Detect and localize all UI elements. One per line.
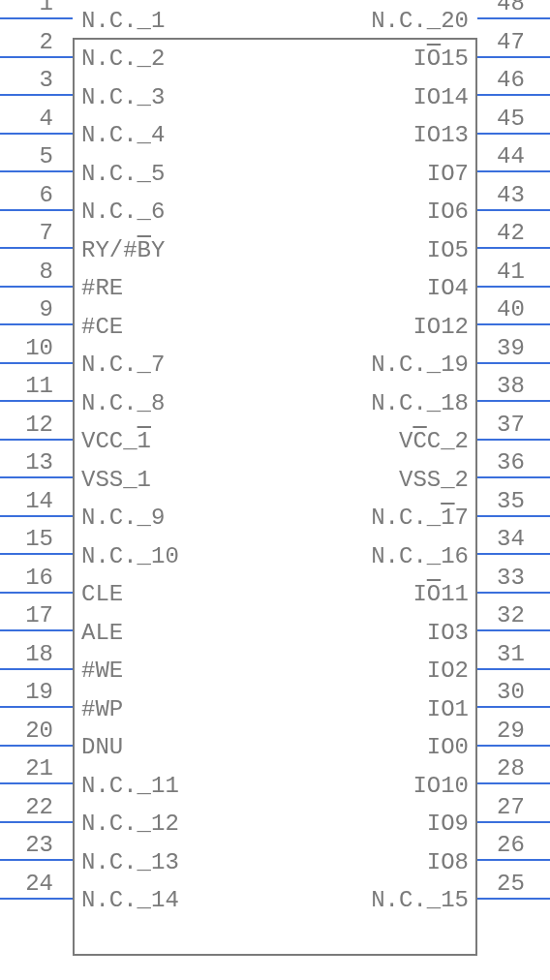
pin-lead: 16	[0, 592, 73, 594]
pin-lead: 48	[477, 17, 550, 19]
pin-number: 41	[487, 259, 550, 285]
pin-label: IO7	[427, 161, 469, 187]
pin-number: 21	[0, 755, 63, 781]
pin-label: N.C._20	[371, 8, 469, 34]
pin-label: IO0	[427, 734, 469, 760]
pin-lead: 46	[477, 94, 550, 96]
pin-lead: 33	[477, 592, 550, 594]
pin-lead: 7	[0, 247, 73, 249]
pin-number: 46	[487, 67, 550, 93]
pin-label: VCC_2	[399, 428, 469, 454]
pin-label: N.C._1	[81, 8, 165, 34]
pin-label: N.C._8	[81, 390, 165, 416]
pin-number: 40	[487, 296, 550, 322]
pin-number: 42	[487, 220, 550, 246]
pin-label: N.C._10	[81, 543, 179, 569]
pin-label: N.C._9	[81, 505, 165, 531]
pin-lead: 42	[477, 247, 550, 249]
pin-lead: 26	[477, 859, 550, 861]
pin-lead: 22	[0, 821, 73, 823]
pin-lead: 1	[0, 17, 73, 19]
pin-lead: 23	[0, 859, 73, 861]
pin-label: N.C._19	[371, 352, 469, 378]
pin-label: RY/#BY	[81, 237, 165, 263]
pin-label: N.C._4	[81, 122, 165, 148]
pin-label: N.C._7	[81, 352, 165, 378]
pin-number: 23	[0, 832, 63, 858]
pin-lead: 18	[0, 668, 73, 670]
pin-lead: 21	[0, 782, 73, 784]
pin-lead: 11	[0, 400, 73, 402]
pin-number: 1	[0, 0, 63, 16]
pin-lead: 36	[477, 476, 550, 478]
pin-lead: 24	[0, 898, 73, 900]
pin-lead: 29	[477, 745, 550, 747]
pin-number: 44	[487, 143, 550, 169]
pin-label: IO9	[427, 811, 469, 837]
pin-label: N.C._5	[81, 161, 165, 187]
pin-lead: 37	[477, 439, 550, 441]
pin-lead: 15	[0, 553, 73, 555]
pin-number: 18	[0, 641, 63, 667]
pin-number: 32	[487, 602, 550, 628]
pin-lead: 27	[477, 821, 550, 823]
pin-label: IO14	[412, 84, 469, 110]
pin-number: 14	[0, 488, 63, 514]
pin-number: 15	[0, 526, 63, 552]
pin-label: IO1	[427, 696, 469, 722]
pin-number: 28	[487, 755, 550, 781]
pin-label: IO3	[427, 620, 469, 646]
pin-number: 36	[487, 449, 550, 475]
pin-label: VSS_1	[81, 467, 151, 493]
pin-label: #CE	[81, 314, 123, 340]
pin-lead: 13	[0, 476, 73, 478]
pin-label: N.C._11	[81, 773, 179, 799]
pin-lead: 10	[0, 362, 73, 364]
pin-number: 29	[487, 718, 550, 744]
pin-number: 4	[0, 106, 63, 132]
pin-lead: 44	[477, 170, 550, 172]
pin-lead: 17	[0, 629, 73, 631]
pin-lead: 34	[477, 553, 550, 555]
pin-lead: 39	[477, 362, 550, 364]
pin-number: 43	[487, 182, 550, 208]
pin-label: N.C._15	[371, 887, 469, 913]
pin-lead: 19	[0, 706, 73, 708]
pin-number: 35	[487, 488, 550, 514]
pin-row-24: 24N.C._14	[0, 879, 73, 917]
pin-label: N.C._12	[81, 811, 179, 837]
pin-number: 10	[0, 335, 63, 361]
pin-lead: 45	[477, 133, 550, 135]
pin-number: 7	[0, 220, 63, 246]
pin-label: IO13	[412, 122, 469, 148]
pin-number: 8	[0, 259, 63, 285]
pin-number: 25	[487, 871, 550, 897]
pin-lead: 25	[477, 898, 550, 900]
chip-pinout-diagram: 1N.C._12N.C._23N.C._34N.C._45N.C._56N.C.…	[0, 0, 550, 980]
pin-number: 5	[0, 143, 63, 169]
pin-lead: 30	[477, 706, 550, 708]
pin-number: 39	[487, 335, 550, 361]
pin-label: VCC_1	[81, 428, 151, 454]
pin-lead: 31	[477, 668, 550, 670]
pin-number: 6	[0, 182, 63, 208]
pin-label: N.C._2	[81, 46, 165, 72]
pin-label: IO10	[412, 773, 469, 799]
pin-label: N.C._6	[81, 199, 165, 225]
pin-number: 3	[0, 67, 63, 93]
pin-lead: 20	[0, 745, 73, 747]
pin-number: 48	[487, 0, 550, 16]
pin-label: N.C._16	[371, 543, 469, 569]
pin-lead: 3	[0, 94, 73, 96]
pin-label: IO8	[427, 849, 469, 875]
pin-lead: 9	[0, 323, 73, 325]
pin-number: 30	[487, 679, 550, 705]
pin-lead: 6	[0, 209, 73, 211]
pin-label: DNU	[81, 734, 123, 760]
pin-label: N.C._3	[81, 84, 165, 110]
pin-lead: 35	[477, 515, 550, 517]
pin-number: 17	[0, 602, 63, 628]
pin-lead: 12	[0, 439, 73, 441]
pin-label: IO2	[427, 658, 469, 684]
pin-label: CLE	[81, 581, 123, 607]
